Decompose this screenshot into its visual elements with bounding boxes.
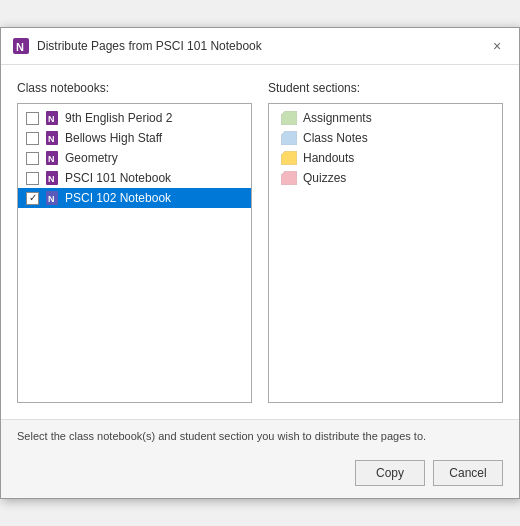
item-label: PSCI 102 Notebook: [65, 191, 171, 205]
checkbox[interactable]: [26, 112, 39, 125]
svg-text:N: N: [48, 154, 55, 164]
class-notebooks-list[interactable]: N9th English Period 2NBellows High Staff…: [17, 103, 252, 403]
list-item[interactable]: NGeometry: [18, 148, 251, 168]
cancel-button[interactable]: Cancel: [433, 460, 503, 486]
item-label: Bellows High Staff: [65, 131, 162, 145]
left-panel: Class notebooks: N9th English Period 2NB…: [17, 81, 252, 403]
onenote-app-icon: N: [13, 38, 29, 54]
dialog: N Distribute Pages from PSCI 101 Noteboo…: [0, 27, 520, 499]
section-icon: [281, 151, 297, 165]
section-label: Handouts: [303, 151, 354, 165]
svg-text:N: N: [16, 41, 24, 53]
section-icon: [281, 171, 297, 185]
svg-marker-15: [281, 171, 297, 185]
svg-marker-12: [281, 111, 297, 125]
dialog-body: Class notebooks: N9th English Period 2NB…: [1, 65, 519, 419]
section-item[interactable]: Handouts: [269, 148, 502, 168]
checkbox[interactable]: [26, 192, 39, 205]
title-bar: N Distribute Pages from PSCI 101 Noteboo…: [1, 28, 519, 65]
notebook-icon: N: [45, 191, 59, 205]
dialog-title: Distribute Pages from PSCI 101 Notebook: [37, 39, 262, 53]
item-label: Geometry: [65, 151, 118, 165]
section-label: Quizzes: [303, 171, 346, 185]
student-sections-list[interactable]: AssignmentsClass NotesHandoutsQuizzes: [268, 103, 503, 403]
section-label: Assignments: [303, 111, 372, 125]
list-item[interactable]: NBellows High Staff: [18, 128, 251, 148]
section-icon: [281, 131, 297, 145]
checkbox[interactable]: [26, 132, 39, 145]
checkbox[interactable]: [26, 152, 39, 165]
notebook-icon: N: [45, 151, 59, 165]
item-label: 9th English Period 2: [65, 111, 172, 125]
svg-marker-14: [281, 151, 297, 165]
title-bar-left: N Distribute Pages from PSCI 101 Noteboo…: [13, 38, 262, 54]
item-label: PSCI 101 Notebook: [65, 171, 171, 185]
footer-text: Select the class notebook(s) and student…: [1, 419, 519, 452]
notebook-icon: N: [45, 111, 59, 125]
svg-text:N: N: [48, 174, 55, 184]
svg-text:N: N: [48, 134, 55, 144]
notebook-icon: N: [45, 131, 59, 145]
right-panel: Student sections: AssignmentsClass Notes…: [268, 81, 503, 403]
section-label: Class Notes: [303, 131, 368, 145]
svg-text:N: N: [48, 114, 55, 124]
section-item[interactable]: Quizzes: [269, 168, 502, 188]
close-button[interactable]: ×: [487, 36, 507, 56]
copy-button[interactable]: Copy: [355, 460, 425, 486]
list-item[interactable]: NPSCI 102 Notebook: [18, 188, 251, 208]
footer-buttons: Copy Cancel: [1, 452, 519, 498]
left-panel-label: Class notebooks:: [17, 81, 252, 95]
section-icon: [281, 111, 297, 125]
section-item[interactable]: Class Notes: [269, 128, 502, 148]
checkbox[interactable]: [26, 172, 39, 185]
list-item[interactable]: NPSCI 101 Notebook: [18, 168, 251, 188]
svg-text:N: N: [48, 194, 55, 204]
list-item[interactable]: N9th English Period 2: [18, 108, 251, 128]
section-item[interactable]: Assignments: [269, 108, 502, 128]
notebook-icon: N: [45, 171, 59, 185]
svg-marker-13: [281, 131, 297, 145]
right-panel-label: Student sections:: [268, 81, 503, 95]
